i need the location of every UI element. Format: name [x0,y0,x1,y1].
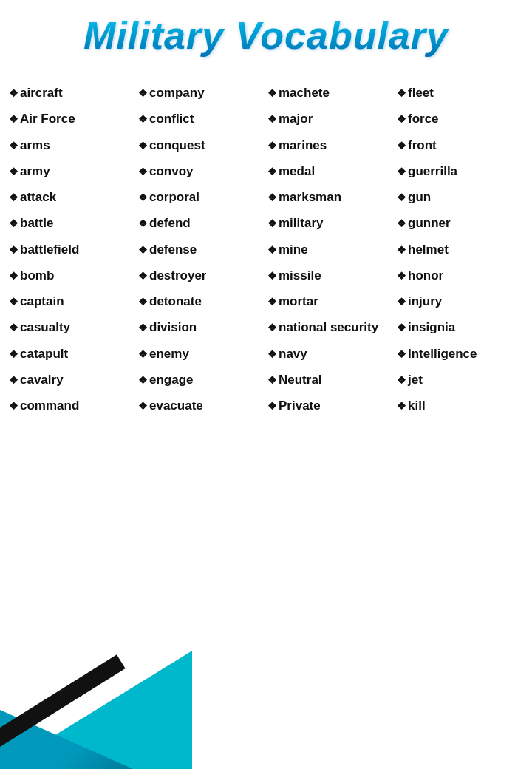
vocab-item: honor [395,262,525,288]
vocab-item: defense [137,237,266,262]
vocab-item: aircraft [7,80,137,106]
vocab-item: medal [266,158,395,184]
vocab-item: navy [266,341,395,367]
vocab-item: evacuate [137,393,266,419]
page-title: Military Vocabulary [0,0,532,65]
vocab-item: division [137,314,266,340]
vocab-item: attack [7,184,137,210]
vocab-item: Neutral [266,367,395,393]
vocab-item: fleet [395,80,525,106]
vocab-item: Private [266,393,395,419]
vocab-item: captain [7,288,137,314]
vocab-item: helmet [395,237,525,262]
vocab-item: jet [395,367,525,393]
vocab-item: injury [395,288,525,314]
vocab-item: machete [266,80,395,106]
vocab-item: guerrilla [395,158,525,184]
vocab-item: destroyer [137,262,266,288]
vocab-item: detonate [137,288,266,314]
vocab-item: command [7,393,137,419]
vocab-item: cavalry [7,367,137,393]
vocab-item: company [137,80,266,106]
vocab-item: military [266,210,395,236]
vocab-item: mine [266,237,395,262]
vocab-grid: aircraftcompanymachetefleetAir Forceconf… [0,65,532,426]
vocab-item: gunner [395,210,525,236]
vocab-item: Air Force [7,106,137,132]
vocab-item: defend [137,210,266,236]
vocab-item: enemy [137,341,266,367]
vocab-item: kill [395,393,525,419]
vocab-item: convoy [137,158,266,184]
vocab-item: casualty [7,314,137,340]
vocab-item: battlefield [7,237,137,262]
vocab-item: marksman [266,184,395,210]
vocab-item: conflict [137,106,266,132]
vocab-item: gun [395,184,525,210]
vocab-item: force [395,106,525,132]
vocab-item: arms [7,132,137,158]
vocab-item: insignia [395,314,525,340]
vocab-item: mortar [266,288,395,314]
vocab-item: conquest [137,132,266,158]
vocab-item: major [266,106,395,132]
vocab-item: front [395,132,525,158]
vocab-item: catapult [7,341,137,367]
corner-decoration [0,651,207,769]
vocab-item: marines [266,132,395,158]
vocab-item: bomb [7,262,137,288]
vocab-item: national security [266,314,395,340]
vocab-item: army [7,158,137,184]
vocab-item: missile [266,262,395,288]
vocab-item: Intelligence [395,341,525,367]
vocab-item: corporal [137,184,266,210]
vocab-item: engage [137,367,266,393]
vocab-item: battle [7,210,137,236]
